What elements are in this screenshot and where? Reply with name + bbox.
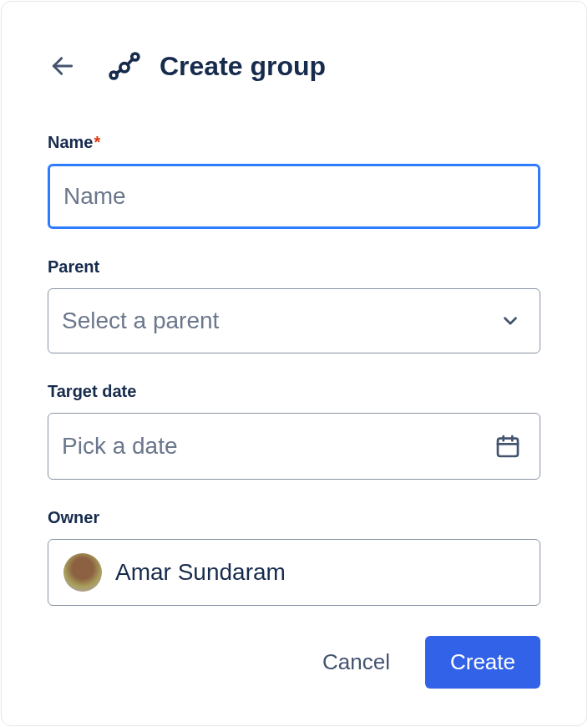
group-icon bbox=[106, 48, 143, 84]
modal-header: Create group bbox=[48, 48, 540, 84]
required-indicator: * bbox=[94, 133, 100, 151]
target-date-placeholder: Pick a date bbox=[62, 433, 178, 460]
owner-value: Amar Sundaram bbox=[115, 559, 286, 586]
target-date-field-group: Target date Pick a date bbox=[48, 382, 540, 480]
parent-placeholder: Select a parent bbox=[62, 308, 219, 334]
arrow-left-icon bbox=[49, 53, 76, 79]
create-group-modal: Create group Name* Parent Select a paren… bbox=[1, 1, 587, 726]
name-field-group: Name* bbox=[48, 133, 540, 229]
chevron-down-icon bbox=[499, 310, 521, 332]
name-label: Name* bbox=[48, 133, 540, 152]
actions-bar: Cancel Create bbox=[48, 636, 540, 689]
avatar bbox=[63, 553, 102, 592]
target-date-label: Target date bbox=[48, 382, 540, 401]
parent-field-group: Parent Select a parent bbox=[48, 257, 540, 353]
parent-select[interactable]: Select a parent bbox=[48, 288, 540, 353]
calendar-icon bbox=[494, 433, 521, 460]
svg-rect-6 bbox=[498, 439, 518, 456]
target-date-input[interactable]: Pick a date bbox=[48, 413, 540, 480]
parent-label: Parent bbox=[48, 257, 540, 277]
name-input[interactable] bbox=[48, 164, 540, 229]
svg-line-5 bbox=[128, 59, 133, 64]
owner-select[interactable]: Amar Sundaram bbox=[48, 539, 540, 606]
create-button[interactable]: Create bbox=[425, 636, 540, 689]
page-title: Create group bbox=[160, 51, 326, 82]
back-button[interactable] bbox=[48, 51, 78, 81]
svg-line-4 bbox=[116, 70, 121, 74]
owner-label: Owner bbox=[48, 508, 540, 527]
cancel-button[interactable]: Cancel bbox=[306, 636, 407, 689]
owner-field-group: Owner Amar Sundaram bbox=[48, 508, 540, 606]
